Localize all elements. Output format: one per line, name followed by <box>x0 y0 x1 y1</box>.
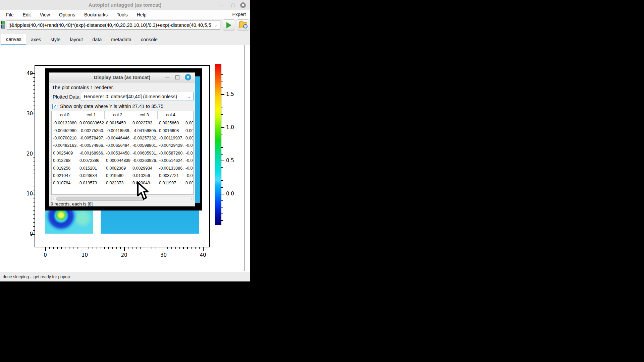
y-tick <box>33 190 35 190</box>
menu-item-bookmarks[interactable]: Bookmarks <box>84 12 108 17</box>
y-tick <box>33 174 35 174</box>
table-cell: -0.00700218... <box>52 136 78 140</box>
colorbar-tick <box>221 200 223 201</box>
table-cell: 0.010784 <box>52 181 78 185</box>
x-tick <box>152 247 152 249</box>
y-tick <box>33 146 35 146</box>
menu-item-help[interactable]: Help <box>137 12 147 17</box>
plotted-data-combobox[interactable]: Renderer 0: dataset[40,40] (dimensionles… <box>81 92 194 101</box>
y-tick <box>33 77 35 78</box>
uri-combobox[interactable]: |)&ripples(40,40)+rand(40,40)*(exp(-dist… <box>7 20 220 30</box>
table-row[interactable]: -0.00132880...0.0000836620.00154590.0022… <box>52 119 193 127</box>
inspect-uri-button[interactable] <box>237 19 249 31</box>
window-close-icon[interactable]: ✕ <box>240 2 246 8</box>
table-cell: -0.00119907... <box>158 136 184 140</box>
scroll-right-icon[interactable]: › <box>191 197 192 200</box>
uri-input[interactable]: |)&ripples(40,40)+rand(40,40)*(exp(-dist… <box>7 22 211 28</box>
table-row[interactable]: -0.00700218...-0.00578497...-0.00446446.… <box>52 134 193 142</box>
tab-data[interactable]: data <box>88 34 106 45</box>
table-header-cell[interactable]: col 3 <box>131 111 158 119</box>
colorbar-tick <box>221 74 223 75</box>
x-tick <box>183 247 184 249</box>
y-tick <box>33 178 35 178</box>
scrollbar-thumb[interactable] <box>56 197 145 201</box>
y-tick <box>33 138 35 138</box>
table-header-cell[interactable]: col 0 <box>52 111 78 119</box>
menu-item-edit[interactable]: Edit <box>23 12 31 17</box>
chevron-down-icon[interactable]: ⌄ <box>211 23 220 27</box>
table-header-cell[interactable]: col 4 <box>158 111 184 119</box>
x-tick <box>69 247 70 249</box>
table-cell: 0.00 <box>184 121 193 125</box>
table-cell: 0.0016608 <box>158 128 184 133</box>
table-row[interactable]: 0.0210470.0236340.0195900.0102560.003772… <box>52 172 193 179</box>
table-row[interactable]: -0.00452980...-0.00275250...-0.00118539.… <box>52 127 193 134</box>
table-body: -0.00132880...0.0000836620.00154590.0022… <box>52 119 193 187</box>
tab-metadata[interactable]: metadata <box>106 34 136 45</box>
y-tick <box>33 198 35 198</box>
table-row[interactable]: 0.0192560.0152010.00823690.0029934-0.001… <box>52 164 193 172</box>
horizontal-scrollbar[interactable]: ‹ › <box>51 196 194 201</box>
y-tick-label: 0 <box>20 231 33 237</box>
table-cell: -0.00452980... <box>52 128 78 133</box>
y-tick-label: 40 <box>20 70 33 76</box>
play-icon <box>226 22 231 28</box>
table-row[interactable]: -0.00492163...-0.00574966...-0.00656494.… <box>52 142 193 149</box>
x-tick <box>45 247 46 251</box>
table-cell: -0.00275250... <box>78 128 105 133</box>
tab-layout[interactable]: layout <box>65 34 88 45</box>
x-tick-label: 20 <box>120 252 128 258</box>
table-cell: -0.00574966... <box>78 143 105 148</box>
table-header-cell[interactable]: col 2 <box>105 111 131 119</box>
x-tick <box>65 247 66 249</box>
tab-console[interactable]: console <box>136 34 162 45</box>
tab-style[interactable]: style <box>46 34 65 45</box>
table-cell: 0.019256 <box>52 166 78 171</box>
dialog-minimize-icon[interactable]: — <box>165 74 170 80</box>
scroll-left-icon[interactable]: ‹ <box>53 197 54 200</box>
table-row[interactable]: 0.0025409-0.00168966...-0.00534458...-0.… <box>52 149 193 157</box>
window-minimize-icon[interactable]: — <box>219 2 224 8</box>
table-cell: -0.00257332... <box>131 136 158 140</box>
uri-type-badge-icon <box>1 25 5 28</box>
x-tick <box>85 247 86 251</box>
table-header-cell[interactable]: col 1 <box>78 111 105 119</box>
dialog-maximize-icon[interactable] <box>175 75 179 79</box>
table-row[interactable]: 0.0122680.00723860.000044839-0.00263926.… <box>52 157 193 164</box>
menu-item-options[interactable]: Options <box>59 12 75 17</box>
x-tick <box>144 247 145 249</box>
colorbar-tick-label: 0.0 <box>226 191 234 197</box>
x-tick <box>57 247 58 249</box>
x-tick-label: 40 <box>199 252 207 258</box>
tab-canvas[interactable]: canvas <box>1 34 26 45</box>
x-tick <box>203 247 204 251</box>
table-cell: -0.00598801... <box>131 143 158 148</box>
y-tick-label: 20 <box>20 151 33 157</box>
colorbar-tick <box>221 220 223 221</box>
table-header-cell[interactable] <box>184 111 193 119</box>
menu-item-file[interactable]: File <box>6 12 14 17</box>
menu-item-view[interactable]: View <box>40 12 50 17</box>
mouse-cursor <box>137 182 151 200</box>
y-tick <box>33 89 35 90</box>
table-row[interactable]: 0.0107840.0195730.0223730.0200490.011997… <box>52 179 193 187</box>
dialog-titlebar[interactable]: Display Data (as tomcat) — ✕ <box>49 73 195 82</box>
records-status: 9 records, each is [8] <box>51 201 93 206</box>
go-button[interactable] <box>223 19 235 31</box>
colorbar-tick <box>221 114 223 115</box>
dialog-title: Display Data (as tomcat) <box>49 73 195 82</box>
colorbar-tick <box>221 81 223 81</box>
table-cell: -0.0 <box>184 143 193 148</box>
menu-item-tools[interactable]: Tools <box>117 12 128 17</box>
window-titlebar[interactable]: Autoplot untagged (as tomcat) — ▢ ✕ <box>0 0 250 10</box>
colorbar-tick <box>221 161 224 161</box>
filter-checkbox[interactable]: ✓ <box>52 104 57 109</box>
window-maximize-icon[interactable]: ▢ <box>230 2 235 8</box>
table-cell: 0.00 <box>184 136 193 140</box>
autoplot-window: Autoplot untagged (as tomcat) — ▢ ✕ File… <box>0 0 250 282</box>
status-bar: done sleeping... get ready for popup <box>0 272 250 281</box>
dialog-close-icon[interactable]: ✕ <box>185 74 191 80</box>
expert-menu[interactable]: Expert <box>232 12 246 17</box>
tab-axes[interactable]: axes <box>26 34 46 45</box>
data-table[interactable]: col 0col 1col 2col 3col 4 -0.00132880...… <box>51 111 194 195</box>
